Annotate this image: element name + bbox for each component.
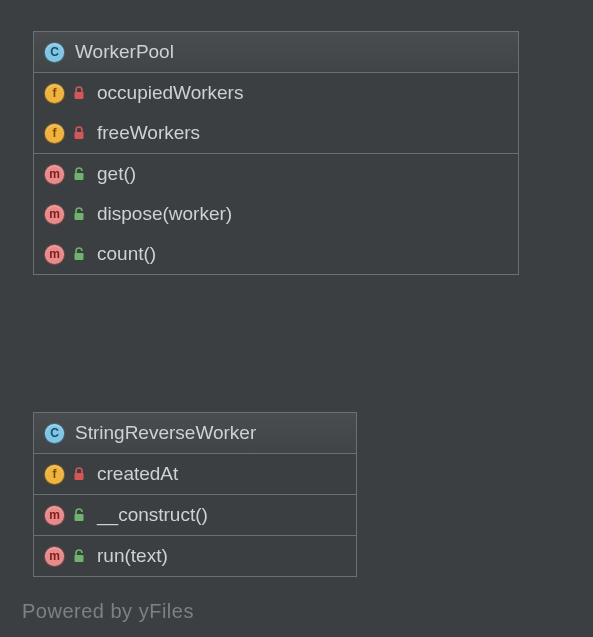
class-stringreverseworker: C StringReverseWorker f createdAt m __co… [33, 412, 357, 577]
field-row[interactable]: f occupiedWorkers [34, 73, 518, 113]
svg-rect-4 [75, 253, 84, 260]
lock-private-icon [71, 126, 87, 140]
class-icon: C [44, 423, 65, 444]
class-icon: C [44, 42, 65, 63]
field-name: freeWorkers [97, 122, 200, 144]
method-icon: m [44, 546, 65, 567]
method-name: run(text) [97, 545, 168, 567]
class-header-section: C StringReverseWorker [34, 413, 356, 454]
svg-rect-5 [75, 473, 84, 480]
svg-rect-2 [75, 173, 84, 180]
method-row[interactable]: m __construct() [34, 495, 356, 535]
method-icon: m [44, 204, 65, 225]
lock-private-icon [71, 467, 87, 481]
class-header[interactable]: C StringReverseWorker [34, 413, 356, 453]
fields-section: f createdAt [34, 454, 356, 495]
method-icon: m [44, 505, 65, 526]
method-row[interactable]: m dispose(worker) [34, 194, 518, 234]
method-row[interactable]: m run(text) [34, 536, 356, 576]
class-name: StringReverseWorker [75, 422, 256, 444]
method-name: count() [97, 243, 156, 265]
svg-rect-7 [75, 555, 84, 562]
field-name: createdAt [97, 463, 178, 485]
lock-public-icon [71, 508, 87, 522]
method-row-section: m run(text) [34, 536, 356, 576]
method-icon: m [44, 164, 65, 185]
lock-private-icon [71, 86, 87, 100]
field-icon: f [44, 464, 65, 485]
field-row[interactable]: f freeWorkers [34, 113, 518, 153]
footer-text: Powered by yFiles [22, 600, 194, 623]
class-workerpool: C WorkerPool f occupiedWorkers f freeWor… [33, 31, 519, 275]
lock-public-icon [71, 549, 87, 563]
method-row[interactable]: m get() [34, 154, 518, 194]
field-icon: f [44, 83, 65, 104]
method-name: __construct() [97, 504, 208, 526]
class-name: WorkerPool [75, 41, 174, 63]
lock-public-icon [71, 167, 87, 181]
method-row-section: m __construct() [34, 495, 356, 536]
lock-public-icon [71, 207, 87, 221]
method-name: dispose(worker) [97, 203, 232, 225]
class-header-section: C WorkerPool [34, 32, 518, 73]
svg-rect-6 [75, 514, 84, 521]
method-name: get() [97, 163, 136, 185]
class-header[interactable]: C WorkerPool [34, 32, 518, 72]
method-icon: m [44, 244, 65, 265]
svg-rect-3 [75, 213, 84, 220]
fields-section: f occupiedWorkers f freeWorkers [34, 73, 518, 154]
svg-rect-0 [75, 92, 84, 99]
methods-section: m get() m dispose(worker) m count() [34, 154, 518, 274]
field-icon: f [44, 123, 65, 144]
svg-rect-1 [75, 132, 84, 139]
field-name: occupiedWorkers [97, 82, 243, 104]
lock-public-icon [71, 247, 87, 261]
field-row[interactable]: f createdAt [34, 454, 356, 494]
method-row[interactable]: m count() [34, 234, 518, 274]
